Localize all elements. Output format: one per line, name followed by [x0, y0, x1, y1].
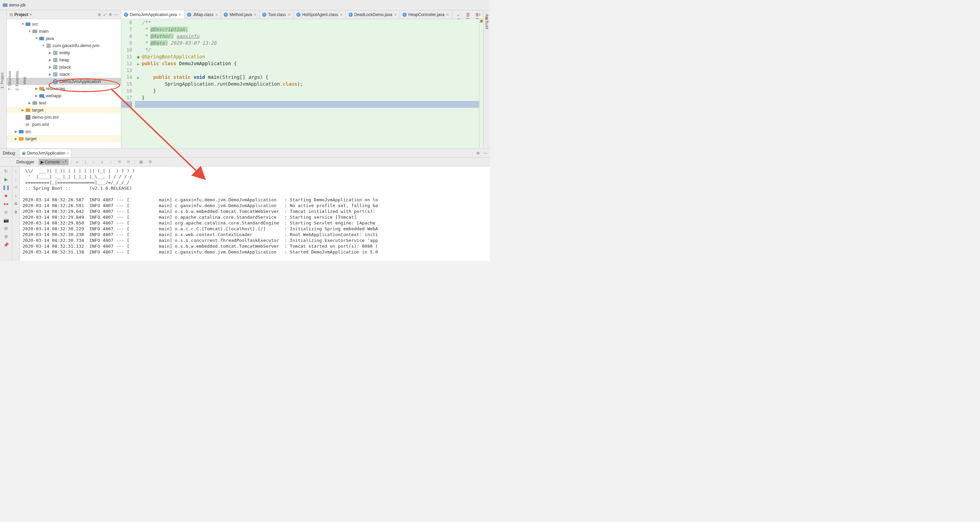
- debugger-tab[interactable]: Debugger: [14, 159, 37, 165]
- editor-tab[interactable]: CHeapController.java×: [400, 10, 452, 19]
- class-icon: C: [402, 13, 407, 17]
- tab-structure[interactable]: 7: Structure: [8, 71, 12, 90]
- project-panel-title: Project: [14, 12, 28, 17]
- close-icon[interactable]: ×: [178, 12, 181, 17]
- rerun-icon[interactable]: ↻: [3, 168, 9, 174]
- top-toolbar: demo-jdk: [0, 0, 490, 10]
- tab-project[interactable]: 1: Project: [0, 73, 4, 88]
- left-tool-strip: 1: Project 7: Structure 2: Favorites Web: [0, 10, 7, 148]
- right-tool-strip: 蚁 Ant Build m Maven 🗄 Database ✓ Bean Va…: [483, 10, 490, 148]
- stop-icon[interactable]: ■: [3, 192, 9, 198]
- warning-marker[interactable]: [480, 20, 483, 22]
- console-output[interactable]: \\/ ___)| |_)| | | | | || (_| | ) ) ) ) …: [20, 167, 490, 261]
- scroll-end-icon[interactable]: ⤓: [13, 192, 19, 198]
- debug-config-tab[interactable]: ▣DemoJvmApplication ×: [19, 149, 72, 157]
- tab-favorites[interactable]: 2: Favorites: [15, 71, 19, 90]
- expand-icon[interactable]: ⤢: [103, 12, 107, 17]
- mute-breakpoints-icon[interactable]: ⊘: [3, 209, 9, 215]
- app-icon: ▣: [22, 151, 25, 155]
- pause-icon[interactable]: ❚❚: [3, 184, 9, 190]
- tab-web[interactable]: Web: [22, 77, 27, 84]
- project-label: demo-jdk: [3, 3, 25, 8]
- layout-icon[interactable]: ⧉: [147, 159, 154, 165]
- class-icon: C: [124, 13, 128, 17]
- locate-icon[interactable]: ⊕: [98, 12, 101, 17]
- class-icon: C: [296, 13, 301, 17]
- folder-icon: [3, 3, 8, 7]
- thread-icon[interactable]: ⊞: [3, 225, 9, 231]
- settings-debug-icon[interactable]: ⚙: [3, 233, 9, 240]
- close-icon[interactable]: ×: [288, 12, 291, 17]
- camera-icon[interactable]: 📷: [3, 217, 9, 223]
- drop-frame-icon[interactable]: ⟲: [116, 159, 123, 165]
- frames-icon[interactable]: ▦: [137, 159, 145, 165]
- tab-ant[interactable]: 蚁 Ant Build: [484, 13, 490, 148]
- project-icon: ▤: [10, 12, 13, 17]
- close-icon[interactable]: ×: [215, 12, 218, 17]
- editor-tab[interactable]: CDemoJvmApplication.java×: [121, 10, 185, 19]
- editor-tab[interactable]: CDeadLockDemo.java×: [346, 10, 400, 19]
- close-icon[interactable]: ×: [446, 12, 449, 17]
- close-icon[interactable]: ×: [394, 12, 397, 17]
- debug-settings-icon[interactable]: ✻: [476, 151, 480, 155]
- console-tab[interactable]: ▶ Console →*: [38, 159, 68, 165]
- down-arrow-icon[interactable]: ↓: [13, 176, 19, 182]
- step-into-icon[interactable]: ⤵: [82, 159, 88, 165]
- editor-tab[interactable]: CMethod.java×: [221, 10, 259, 19]
- print-icon[interactable]: 🖶: [13, 201, 19, 207]
- soft-wrap-icon[interactable]: ⏎: [13, 184, 19, 190]
- evaluate-icon[interactable]: ⟳: [125, 159, 132, 165]
- debug-action-strip: ↻ ▶ ❚❚ ■ ●● ⊘ 📷 ⊞ ⚙ 📌: [0, 167, 12, 261]
- pin-icon[interactable]: 📌: [3, 241, 9, 248]
- debug-tool-window: Debug: ▣DemoJvmApplication × ✻ — Debugge…: [0, 148, 490, 261]
- up-arrow-icon[interactable]: ↑: [13, 168, 19, 174]
- view-breakpoints-icon[interactable]: ●●: [3, 201, 9, 207]
- clear-icon[interactable]: 🗑: [13, 209, 19, 215]
- iml-icon: ⋮: [25, 115, 30, 120]
- run-to-cursor-icon[interactable]: ↑: [108, 159, 114, 165]
- close-icon[interactable]: ×: [254, 12, 256, 17]
- settings-icon[interactable]: ✻: [108, 12, 112, 17]
- class-icon: C: [187, 13, 191, 17]
- debug-hide-icon[interactable]: —: [483, 151, 487, 155]
- resume-icon[interactable]: ▶: [3, 176, 9, 182]
- close-icon[interactable]: ×: [340, 12, 342, 17]
- maven-icon: m: [25, 122, 30, 127]
- hide-icon[interactable]: —: [114, 12, 118, 17]
- editor-tab[interactable]: CJMap.class×: [185, 10, 221, 19]
- class-icon: C: [348, 13, 353, 17]
- step-over-icon[interactable]: ≡: [74, 159, 80, 165]
- code-editor[interactable]: 6789101112131415161718 ⬢▶▶ /** * @Descri…: [121, 19, 483, 148]
- force-step-icon[interactable]: ⤓: [98, 159, 105, 165]
- editor-tab[interactable]: CTool.class×: [259, 10, 294, 19]
- editor-tab[interactable]: CHotSpotAgent.class×: [294, 10, 346, 19]
- class-icon: C: [262, 13, 266, 17]
- editor-tabs: CDemoJvmApplication.java×CJMap.class×CMe…: [121, 10, 483, 19]
- debug-label: Debug:: [3, 151, 16, 155]
- class-icon: C: [224, 13, 228, 17]
- step-out-icon[interactable]: ↓: [91, 159, 97, 165]
